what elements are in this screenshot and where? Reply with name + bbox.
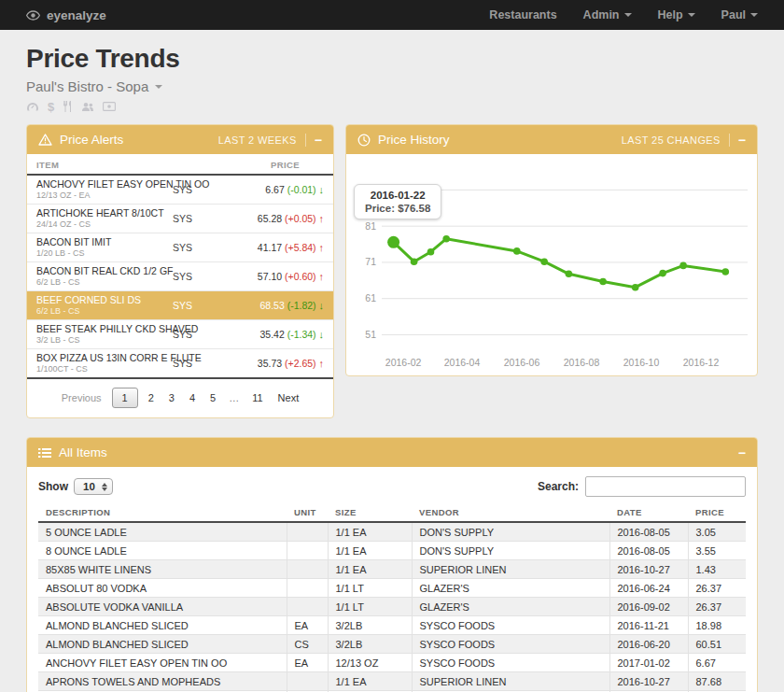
column-header-price[interactable]: PRICE [688,504,746,522]
price-change: (+2.65) [285,358,318,369]
arrow-down-icon: ↓ [319,329,325,340]
table-cell: DON'S SUPPLY [412,522,609,542]
table-row: 85X85 WHITE LINENS1/1 EASUPERIOR LINEN20… [38,560,746,579]
nav-item-admin[interactable]: Admin [583,8,632,21]
price-cell: 57.10 (+0.60) ↑ [227,271,324,282]
alert-row[interactable]: BEEF CORNED SLI DS6/2 LB - CSSYS68.53 (-… [27,291,333,320]
column-header-unit[interactable]: UNIT [287,504,328,522]
page-11[interactable]: 11 [245,388,270,407]
x-axis-label: 2016-02 [385,357,422,368]
arrow-up-icon: ↑ [319,358,325,369]
users-icon[interactable] [81,102,94,112]
table-cell: 2017-01-02 [609,654,688,672]
table-cell: SYSCO FOODS [412,654,609,672]
table-cell: 1/1 EA [328,560,412,579]
table-cell: 6.67 [688,654,746,672]
table-cell [287,598,328,616]
dollar-icon[interactable]: $ [48,102,54,112]
nav-item-paul[interactable]: Paul [721,8,758,21]
table-cell: SUPERIOR LINEN [412,560,609,579]
item-detail: 6/2 LB - CS [36,306,173,317]
table-cell: 5 OUNCE LADLE [38,522,287,542]
data-point [427,248,435,256]
table-row: ALMOND BLANCHED SLICEDCS3/2LBSYSCO FOODS… [38,635,746,654]
page-3[interactable]: 3 [161,388,182,407]
bill-icon[interactable] [103,102,116,111]
tooltip-price: Price: $76.58 [365,203,430,214]
column-header-description[interactable]: DESCRIPTION [38,504,287,522]
page-previous[interactable]: Previous [54,388,109,407]
alerts-table-header: ITEM PRICE [27,154,333,176]
page-size-select[interactable]: 10 [74,478,113,495]
table-cell: 1/1 EA [328,542,412,560]
brand-link[interactable]: eyenalyze [26,8,106,22]
alert-row[interactable]: BACON BIT IMIT1/20 LB - CSSYS41.17 (+5.8… [27,233,333,262]
table-cell [287,522,328,542]
alert-row[interactable]: BOX PIZZA US 13IN CORR E FLUTE1/100CT - … [27,349,333,379]
column-header-date[interactable]: DATE [609,504,688,522]
price-change: (-1.82) [287,300,319,311]
search-input[interactable] [585,476,746,497]
x-axis-label: 2016-12 [683,357,720,368]
dashboard-icon[interactable] [26,102,39,112]
table-cell: 87.68 [688,672,746,691]
price-change: (+0.60) [285,271,318,282]
item-detail: 12/13 OZ - EA [36,191,173,201]
collapse-button[interactable]: − [738,134,746,147]
arrow-up-icon: ↑ [319,271,325,282]
table-cell: EA [287,654,328,672]
utensils-icon[interactable] [63,101,73,112]
table-cell: APRONS TOWELS AND MOPHEADS [38,672,287,691]
alert-row[interactable]: ARTICHOKE HEART 8/10CT24/14 OZ - CSSYS65… [27,205,333,233]
data-point [599,278,607,286]
x-axis-label: 2016-10 [623,357,660,368]
nav-item-restaurants[interactable]: Restaurants [489,8,556,21]
table-cell: 26.37 [688,579,746,598]
alert-row[interactable]: ANCHOVY FILET EASY OPEN TIN OO12/13 OZ -… [27,176,333,205]
clock-icon [357,134,371,147]
restaurant-selector[interactable]: Paul's Bistro - Sopa [26,78,162,94]
table-cell: ANCHOVY FILET EASY OPEN TIN OO [38,654,287,672]
table-cell: ABSOLUTE VODKA VANILLA [38,598,287,616]
column-header-size[interactable]: SIZE [328,504,412,522]
page-ellipsis: … [223,388,245,407]
price-value: 35.42 [259,329,287,340]
collapse-button[interactable]: − [315,134,322,147]
y-axis-label: 71 [365,256,376,267]
collapse-button[interactable]: − [738,446,746,459]
warning-icon [38,134,52,146]
arrow-down-icon: ↓ [319,184,325,195]
item-name: BACON BIT REAL CKD 1/2 GF [36,265,173,276]
table-cell: SYSCO FOODS [412,616,609,635]
table-row: ANCHOVY FILET EASY OPEN TIN OOEA12/13 OZ… [38,654,746,672]
data-point [659,270,666,277]
table-cell [287,560,328,579]
table-row: ABSOLUT 80 VODKA1/1 LTGLAZER'S2016-06-24… [38,579,746,598]
table-cell: SYSCO FOODS [412,635,609,654]
vendor-cell: SYS [173,271,227,282]
page-5[interactable]: 5 [203,388,223,407]
navbar: eyenalyze RestaurantsAdminHelpPaul [0,0,784,30]
table-cell: 2016-08-05 [609,542,688,560]
alert-row[interactable]: BEEF STEAK PHILLY CKD SHAVED3/2 LB - CSS… [27,320,333,349]
price-alerts-header: Price Alerts LAST 2 WEEKS − [27,125,333,154]
item-name: ANCHOVY FILET EASY OPEN TIN OO [36,178,173,190]
price-change: (-0.01) [287,184,319,195]
table-cell [287,672,328,691]
price-cell: 68.53 (-1.82) ↓ [227,300,324,311]
page-4[interactable]: 4 [182,388,203,407]
alert-row[interactable]: BACON BIT REAL CKD 1/2 GF6/2 LB - CSSYS5… [27,262,333,291]
page-2[interactable]: 2 [141,388,161,407]
nav-item-help[interactable]: Help [658,8,695,21]
table-cell: 1/1 LT [328,579,412,598]
table-cell: 3/2LB [328,635,412,654]
price-cell: 35.42 (-1.34) ↓ [227,329,324,340]
alert-item-cell: BOX PIZZA US 13IN CORR E FLUTE1/100CT - … [36,352,173,374]
page-1[interactable]: 1 [112,388,138,408]
column-header-vendor[interactable]: VENDOR [412,504,609,522]
table-cell [287,579,328,598]
table-cell: 12/13 OZ [328,654,412,672]
page-next[interactable]: Next [271,388,307,407]
nav-menu: RestaurantsAdminHelpPaul [463,8,758,21]
y-axis-label: 51 [365,329,376,340]
